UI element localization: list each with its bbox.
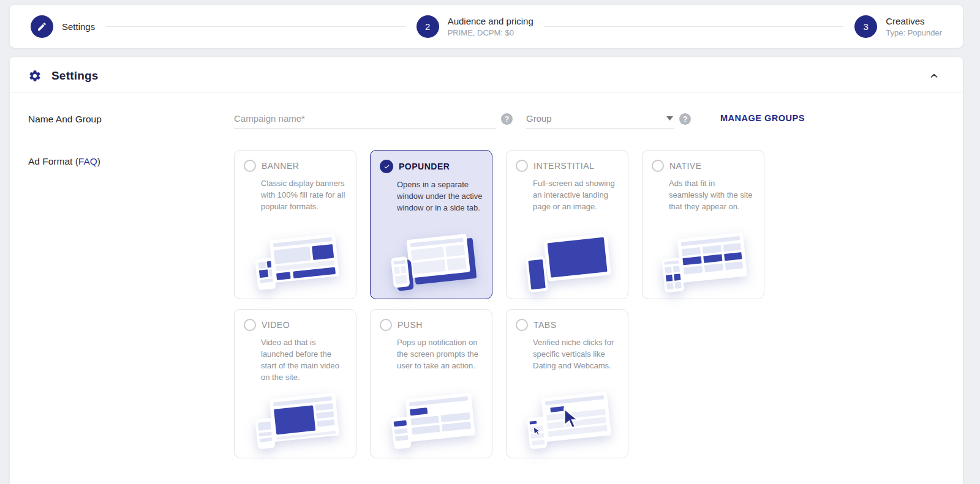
interstitial-title: INTERSTITIAL [533, 161, 594, 171]
ad-format-card-native[interactable]: NATIVE Ads that fit in seamlessly with t… [642, 150, 764, 299]
step-settings-circle[interactable] [31, 15, 53, 38]
banner-description: Classic display banners with 100% fill r… [261, 178, 348, 213]
settings-section-title: Settings [51, 69, 99, 83]
check-icon [383, 163, 391, 171]
tabs-illustration [518, 388, 619, 452]
banner-radio[interactable] [244, 160, 256, 172]
campaign-name-help-icon[interactable]: ? [501, 113, 513, 125]
push-title: PUSH [398, 320, 423, 330]
step-settings[interactable]: Settings [31, 15, 95, 38]
tabs-title: TABS [533, 320, 557, 330]
push-illustration [382, 388, 483, 452]
ad-format-cards: BANNER Classic display banners with 100%… [234, 150, 779, 458]
popunder-title: POPUNDER [399, 162, 450, 171]
step-audience-and-pricing[interactable]: 2 Audience and pricing PRIME, DCPM: $0 [417, 15, 533, 38]
ad-format-card-tabs[interactable]: TABS Verified niche clicks for specific … [506, 309, 628, 458]
interstitial-radio[interactable] [516, 160, 528, 172]
group-select[interactable]: Group [526, 108, 674, 129]
video-description: Video ad that is launched before the sta… [261, 337, 348, 383]
stepper-connector [106, 26, 405, 27]
settings-panel: Settings Name And Group ? Group ? MANAGE… [10, 57, 963, 484]
gear-icon [28, 69, 42, 83]
chevron-up-icon [929, 70, 940, 81]
interstitial-description: Full-screen ad showing an interactive la… [533, 178, 620, 213]
campaign-stepper: Settings 2 Audience and pricing PRIME, D… [10, 5, 963, 48]
popunder-radio-checked[interactable] [380, 160, 393, 173]
push-radio[interactable] [380, 319, 392, 331]
step-creatives[interactable]: 3 Creatives Type: Popunder [854, 15, 942, 38]
step-creatives-circle[interactable]: 3 [854, 15, 877, 38]
caret-down-icon [666, 116, 673, 121]
name-and-group-row: Name And Group ? Group ? MANAGE GROUPS [10, 108, 963, 129]
banner-illustration [246, 229, 347, 292]
ad-format-card-interstitial[interactable]: INTERSTITIAL Full-screen ad showing an i… [506, 150, 628, 299]
tabs-radio[interactable] [516, 319, 528, 331]
native-illustration [654, 229, 755, 292]
stepper-connector [545, 26, 843, 27]
interstitial-illustration [518, 229, 619, 292]
step-audience-circle[interactable]: 2 [417, 15, 439, 38]
step-creatives-label: Creatives [886, 16, 942, 26]
group-select-value: Group [526, 113, 552, 124]
manage-groups-button[interactable]: MANAGE GROUPS [720, 113, 805, 123]
ad-format-row: Ad Format (FAQ) BANNER Classic display b… [10, 150, 963, 458]
ad-format-label-suffix: ) [97, 156, 100, 166]
step-settings-label: Settings [62, 21, 95, 32]
native-description: Ads that fit in seamlessly with the site… [669, 178, 756, 213]
banner-title: BANNER [262, 161, 299, 171]
step-audience-number: 2 [425, 21, 430, 32]
step-creatives-sublabel: Type: Popunder [886, 28, 942, 37]
push-description: Pops up notification on the screen promp… [397, 337, 484, 372]
campaign-name-input[interactable] [234, 108, 496, 129]
step-audience-sublabel: PRIME, DCPM: $0 [448, 28, 533, 37]
group-help-icon[interactable]: ? [679, 113, 691, 125]
popunder-description: Opens in a separate window under the act… [397, 179, 484, 214]
name-and-group-label: Name And Group [10, 108, 234, 125]
ad-format-card-banner[interactable]: BANNER Classic display banners with 100%… [234, 150, 356, 299]
video-title: VIDEO [262, 320, 290, 330]
native-radio[interactable] [652, 160, 664, 172]
pencil-icon [37, 21, 47, 32]
native-title: NATIVE [669, 161, 702, 171]
collapse-section-button[interactable] [927, 69, 941, 83]
ad-format-label-prefix: Ad Format ( [28, 156, 78, 166]
popunder-illustration [382, 229, 483, 292]
ad-format-label: Ad Format (FAQ) [10, 150, 234, 167]
ad-format-card-popunder[interactable]: POPUNDER Opens in a separate window unde… [370, 150, 492, 299]
faq-link[interactable]: FAQ [78, 156, 97, 166]
tabs-description: Verified niche clicks for specific verti… [533, 337, 620, 372]
step-creatives-number: 3 [864, 21, 869, 32]
ad-format-card-video[interactable]: VIDEO Video ad that is launched before t… [234, 309, 356, 458]
step-audience-label: Audience and pricing [448, 16, 533, 26]
video-radio[interactable] [244, 319, 256, 331]
video-illustration [246, 388, 347, 452]
settings-panel-header: Settings [10, 57, 963, 93]
ad-format-card-push[interactable]: PUSH Pops up notification on the screen … [370, 309, 492, 458]
